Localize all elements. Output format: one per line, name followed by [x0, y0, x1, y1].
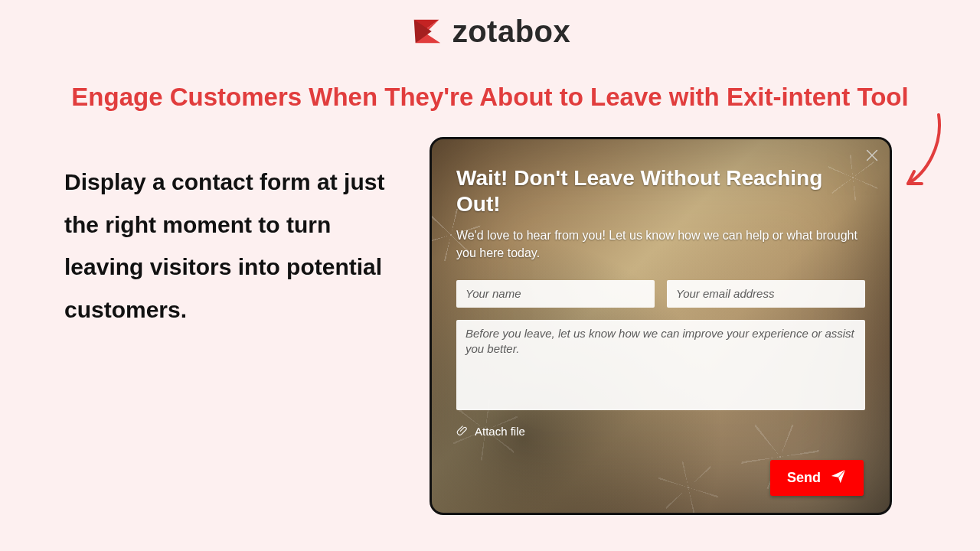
attach-file-link[interactable]: Attach file: [456, 424, 865, 439]
decoration-icon: [656, 455, 721, 515]
description-text: Display a contact form at just the right…: [64, 161, 386, 331]
close-icon[interactable]: [864, 147, 880, 164]
popup-title: Wait! Don't Leave Without Reaching Out!: [456, 165, 865, 217]
email-input[interactable]: [667, 280, 865, 308]
brand-name: zotabox: [452, 15, 571, 49]
send-button-label: Send: [787, 470, 821, 486]
arrow-annotation-icon: [897, 112, 943, 196]
form-row: [456, 280, 865, 308]
popup-subtitle: We'd love to hear from you! Let us know …: [456, 227, 865, 262]
zotabox-logo-icon: [410, 14, 445, 49]
headline: Engage Customers When They're About to L…: [0, 83, 980, 112]
brand-logo: zotabox: [0, 14, 980, 49]
marketing-slide: zotabox Engage Customers When They're Ab…: [0, 0, 980, 551]
attach-file-label: Attach file: [475, 425, 525, 438]
exit-intent-popup: Wait! Don't Leave Without Reaching Out! …: [430, 137, 892, 515]
popup-content: Wait! Don't Leave Without Reaching Out! …: [456, 165, 865, 439]
paper-plane-icon: [830, 468, 847, 488]
paperclip-icon: [456, 424, 469, 439]
name-input[interactable]: [456, 280, 655, 308]
send-button[interactable]: Send: [770, 460, 864, 496]
message-input[interactable]: [456, 320, 865, 410]
